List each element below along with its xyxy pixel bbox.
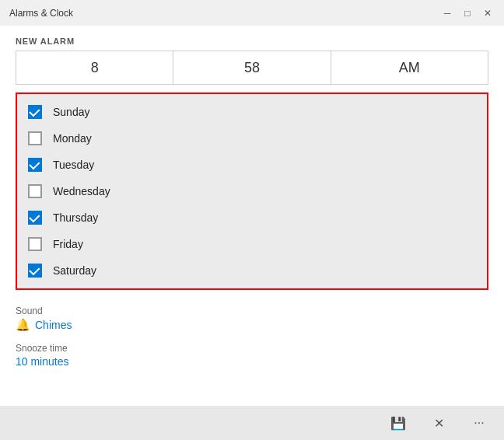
sound-value[interactable]: 🔔 Chimes xyxy=(16,318,488,332)
hours-field[interactable]: 8 xyxy=(16,51,173,85)
checkbox-wednesday[interactable] xyxy=(28,184,42,198)
days-panel: SundayMondayTuesdayWednesdayThursdayFrid… xyxy=(16,93,488,290)
day-item-tuesday[interactable]: Tuesday xyxy=(17,152,487,178)
snooze-section: Snooze time 10 minutes xyxy=(0,335,504,371)
day-label-monday: Monday xyxy=(53,132,92,145)
checkbox-monday[interactable] xyxy=(28,131,42,145)
day-label-tuesday: Tuesday xyxy=(53,159,94,171)
checkbox-saturday[interactable] xyxy=(28,264,42,278)
close-button[interactable]: ✕ xyxy=(481,6,495,20)
sound-name: Chimes xyxy=(35,319,72,331)
title-bar: Alarms & Clock ─ □ ✕ xyxy=(0,0,504,26)
discard-button[interactable]: ✕ xyxy=(426,410,451,435)
snooze-label: Snooze time xyxy=(16,343,488,354)
sound-label: Sound xyxy=(16,306,488,316)
more-button[interactable]: ··· xyxy=(467,410,492,435)
maximize-button[interactable]: □ xyxy=(460,6,474,20)
checkbox-tuesday[interactable] xyxy=(28,158,42,172)
time-picker: 8 58 AM xyxy=(0,51,504,85)
day-item-saturday[interactable]: Saturday xyxy=(17,257,487,284)
day-item-wednesday[interactable]: Wednesday xyxy=(17,178,487,204)
minimize-button[interactable]: ─ xyxy=(440,6,454,20)
checkbox-friday[interactable] xyxy=(28,237,42,251)
checkbox-thursday[interactable] xyxy=(28,211,42,225)
day-label-friday: Friday xyxy=(53,238,83,250)
section-heading: NEW ALARM xyxy=(0,26,504,51)
app-title: Alarms & Clock xyxy=(9,8,440,19)
day-item-sunday[interactable]: Sunday xyxy=(17,99,487,125)
day-label-saturday: Saturday xyxy=(53,264,96,277)
day-label-wednesday: Wednesday xyxy=(53,185,110,197)
sound-section: Sound 🔔 Chimes xyxy=(0,298,504,335)
save-button[interactable]: 💾 xyxy=(386,410,411,435)
main-content: NEW ALARM 8 58 AM SundayMondayTuesdayWed… xyxy=(0,26,504,406)
day-label-sunday: Sunday xyxy=(53,106,89,118)
snooze-value[interactable]: 10 minutes xyxy=(16,355,488,368)
day-item-thursday[interactable]: Thursday xyxy=(17,204,487,231)
day-item-monday[interactable]: Monday xyxy=(17,125,487,152)
bottom-bar: 💾 ✕ ··· xyxy=(0,406,504,440)
day-label-thursday: Thursday xyxy=(53,211,98,224)
ampm-field[interactable]: AM xyxy=(331,51,488,85)
checkbox-sunday[interactable] xyxy=(28,105,42,119)
minutes-field[interactable]: 58 xyxy=(173,51,331,85)
bell-icon: 🔔 xyxy=(16,318,30,332)
window-controls: ─ □ ✕ xyxy=(440,6,495,20)
day-item-friday[interactable]: Friday xyxy=(17,231,487,257)
